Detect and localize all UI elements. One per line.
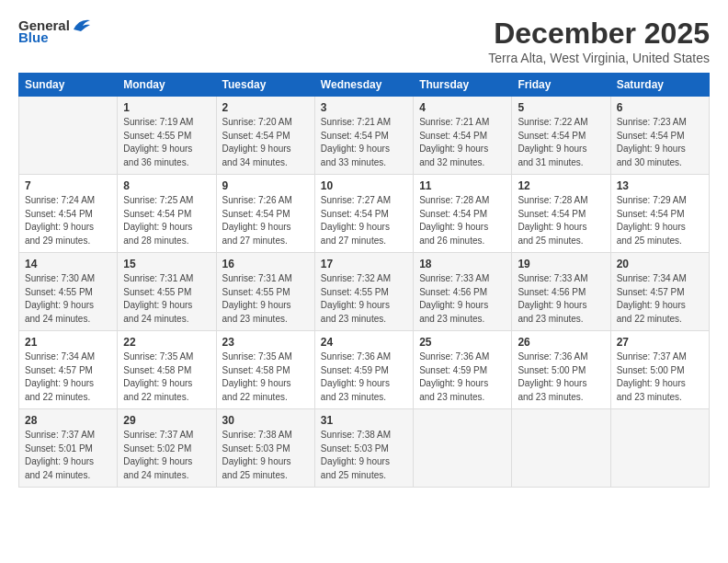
day-cell: 16Sunrise: 7:31 AMSunset: 4:55 PMDayligh…: [216, 253, 314, 331]
day-info: Sunrise: 7:25 AMSunset: 4:54 PMDaylight:…: [123, 194, 210, 247]
day-number: 18: [419, 258, 506, 270]
col-header-monday: Monday: [118, 74, 216, 97]
day-info: Sunrise: 7:35 AMSunset: 4:58 PMDaylight:…: [123, 350, 210, 404]
day-info: Sunrise: 7:33 AMSunset: 4:56 PMDaylight:…: [518, 272, 604, 326]
day-cell: 14Sunrise: 7:30 AMSunset: 4:55 PMDayligh…: [19, 253, 118, 331]
day-cell: 26Sunrise: 7:36 AMSunset: 5:00 PMDayligh…: [512, 331, 610, 409]
day-number: 26: [518, 336, 604, 349]
day-info: Sunrise: 7:36 AMSunset: 5:00 PMDaylight:…: [518, 350, 604, 404]
location: Terra Alta, West Virginia, United States: [488, 51, 710, 65]
day-info: Sunrise: 7:31 AMSunset: 4:55 PMDaylight:…: [222, 272, 309, 326]
day-number: 30: [222, 414, 309, 427]
day-cell: [512, 409, 610, 488]
day-info: Sunrise: 7:27 AMSunset: 4:54 PMDaylight:…: [321, 194, 407, 247]
col-header-tuesday: Tuesday: [216, 74, 314, 97]
day-info: Sunrise: 7:23 AMSunset: 4:54 PMDaylight:…: [617, 116, 703, 169]
day-number: 31: [321, 414, 407, 427]
day-cell: 15Sunrise: 7:31 AMSunset: 4:55 PMDayligh…: [118, 253, 216, 331]
day-cell: [414, 409, 512, 488]
day-cell: 9Sunrise: 7:26 AMSunset: 4:54 PMDaylight…: [216, 175, 314, 253]
day-cell: 10Sunrise: 7:27 AMSunset: 4:54 PMDayligh…: [314, 175, 413, 253]
day-cell: 18Sunrise: 7:33 AMSunset: 4:56 PMDayligh…: [414, 253, 512, 331]
day-cell: 21Sunrise: 7:34 AMSunset: 4:57 PMDayligh…: [19, 331, 118, 409]
day-number: 13: [617, 179, 703, 192]
day-info: Sunrise: 7:29 AMSunset: 4:54 PMDaylight:…: [617, 194, 703, 247]
day-info: Sunrise: 7:33 AMSunset: 4:56 PMDaylight:…: [419, 272, 506, 326]
day-cell: 23Sunrise: 7:35 AMSunset: 4:58 PMDayligh…: [216, 331, 314, 409]
week-row-3: 14Sunrise: 7:30 AMSunset: 4:55 PMDayligh…: [19, 253, 710, 331]
day-number: 9: [222, 179, 309, 192]
day-number: 12: [518, 179, 604, 192]
logo: General Blue: [18, 17, 92, 45]
day-cell: 28Sunrise: 7:37 AMSunset: 5:01 PMDayligh…: [19, 409, 118, 488]
day-info: Sunrise: 7:38 AMSunset: 5:03 PMDaylight:…: [321, 429, 407, 482]
day-number: 11: [419, 179, 506, 192]
page: General Blue December 2025 Terra Alta, W…: [0, 0, 728, 497]
day-cell: 11Sunrise: 7:28 AMSunset: 4:54 PMDayligh…: [414, 175, 512, 253]
day-number: 6: [617, 101, 703, 114]
day-cell: 7Sunrise: 7:24 AMSunset: 4:54 PMDaylight…: [19, 175, 118, 253]
day-cell: 1Sunrise: 7:19 AMSunset: 4:55 PMDaylight…: [118, 97, 216, 175]
week-row-4: 21Sunrise: 7:34 AMSunset: 4:57 PMDayligh…: [19, 331, 710, 409]
day-number: 4: [419, 101, 506, 114]
col-header-friday: Friday: [512, 74, 610, 97]
day-info: Sunrise: 7:22 AMSunset: 4:54 PMDaylight:…: [518, 116, 604, 169]
day-number: 10: [321, 179, 407, 192]
day-cell: 25Sunrise: 7:36 AMSunset: 4:59 PMDayligh…: [414, 331, 512, 409]
day-number: 14: [25, 258, 111, 270]
day-number: 24: [321, 336, 407, 349]
title-area: December 2025 Terra Alta, West Virginia,…: [488, 17, 710, 65]
week-row-5: 28Sunrise: 7:37 AMSunset: 5:01 PMDayligh…: [19, 409, 710, 488]
day-cell: 31Sunrise: 7:38 AMSunset: 5:03 PMDayligh…: [314, 409, 413, 488]
day-info: Sunrise: 7:19 AMSunset: 4:55 PMDaylight:…: [123, 116, 210, 169]
week-row-1: 1Sunrise: 7:19 AMSunset: 4:55 PMDaylight…: [19, 97, 710, 175]
day-number: 3: [321, 101, 407, 114]
day-info: Sunrise: 7:36 AMSunset: 4:59 PMDaylight:…: [321, 350, 407, 404]
day-number: 27: [617, 336, 703, 349]
day-cell: 24Sunrise: 7:36 AMSunset: 4:59 PMDayligh…: [314, 331, 413, 409]
day-cell: 5Sunrise: 7:22 AMSunset: 4:54 PMDaylight…: [512, 97, 610, 175]
col-header-sunday: Sunday: [19, 74, 118, 97]
day-info: Sunrise: 7:30 AMSunset: 4:55 PMDaylight:…: [25, 272, 111, 326]
col-header-thursday: Thursday: [414, 74, 512, 97]
day-info: Sunrise: 7:34 AMSunset: 4:57 PMDaylight:…: [617, 272, 703, 326]
logo-blue: Blue: [18, 29, 92, 45]
day-cell: 29Sunrise: 7:37 AMSunset: 5:02 PMDayligh…: [118, 409, 216, 488]
day-cell: 8Sunrise: 7:25 AMSunset: 4:54 PMDaylight…: [118, 175, 216, 253]
day-number: 7: [25, 179, 111, 192]
day-number: 25: [419, 336, 506, 349]
day-info: Sunrise: 7:28 AMSunset: 4:54 PMDaylight:…: [518, 194, 604, 247]
header-row: SundayMondayTuesdayWednesdayThursdayFrid…: [19, 74, 710, 97]
day-cell: [19, 97, 118, 175]
col-header-wednesday: Wednesday: [314, 74, 413, 97]
day-number: 29: [123, 414, 210, 427]
calendar-table: SundayMondayTuesdayWednesdayThursdayFrid…: [18, 73, 710, 488]
day-cell: 4Sunrise: 7:21 AMSunset: 4:54 PMDaylight…: [414, 97, 512, 175]
day-info: Sunrise: 7:34 AMSunset: 4:57 PMDaylight:…: [25, 350, 111, 404]
day-cell: 30Sunrise: 7:38 AMSunset: 5:03 PMDayligh…: [216, 409, 314, 488]
day-number: 15: [123, 258, 210, 270]
day-cell: 22Sunrise: 7:35 AMSunset: 4:58 PMDayligh…: [118, 331, 216, 409]
day-info: Sunrise: 7:37 AMSunset: 5:02 PMDaylight:…: [123, 429, 210, 482]
col-header-saturday: Saturday: [610, 74, 709, 97]
day-cell: 27Sunrise: 7:37 AMSunset: 5:00 PMDayligh…: [610, 331, 709, 409]
day-info: Sunrise: 7:31 AMSunset: 4:55 PMDaylight:…: [123, 272, 210, 326]
day-number: 1: [123, 101, 210, 114]
day-info: Sunrise: 7:21 AMSunset: 4:54 PMDaylight:…: [321, 116, 407, 169]
day-cell: 3Sunrise: 7:21 AMSunset: 4:54 PMDaylight…: [314, 97, 413, 175]
day-cell: 17Sunrise: 7:32 AMSunset: 4:55 PMDayligh…: [314, 253, 413, 331]
day-info: Sunrise: 7:21 AMSunset: 4:54 PMDaylight:…: [419, 116, 506, 169]
day-number: 17: [321, 258, 407, 270]
day-number: 21: [25, 336, 111, 349]
day-number: 23: [222, 336, 309, 349]
day-number: 22: [123, 336, 210, 349]
day-info: Sunrise: 7:36 AMSunset: 4:59 PMDaylight:…: [419, 350, 506, 404]
day-info: Sunrise: 7:37 AMSunset: 5:01 PMDaylight:…: [25, 429, 111, 482]
day-number: 19: [518, 258, 604, 270]
day-info: Sunrise: 7:26 AMSunset: 4:54 PMDaylight:…: [222, 194, 309, 247]
day-cell: [610, 409, 709, 488]
day-info: Sunrise: 7:24 AMSunset: 4:54 PMDaylight:…: [25, 194, 111, 247]
day-info: Sunrise: 7:37 AMSunset: 5:00 PMDaylight:…: [617, 350, 703, 404]
header: General Blue December 2025 Terra Alta, W…: [18, 17, 710, 65]
day-info: Sunrise: 7:35 AMSunset: 4:58 PMDaylight:…: [222, 350, 309, 404]
